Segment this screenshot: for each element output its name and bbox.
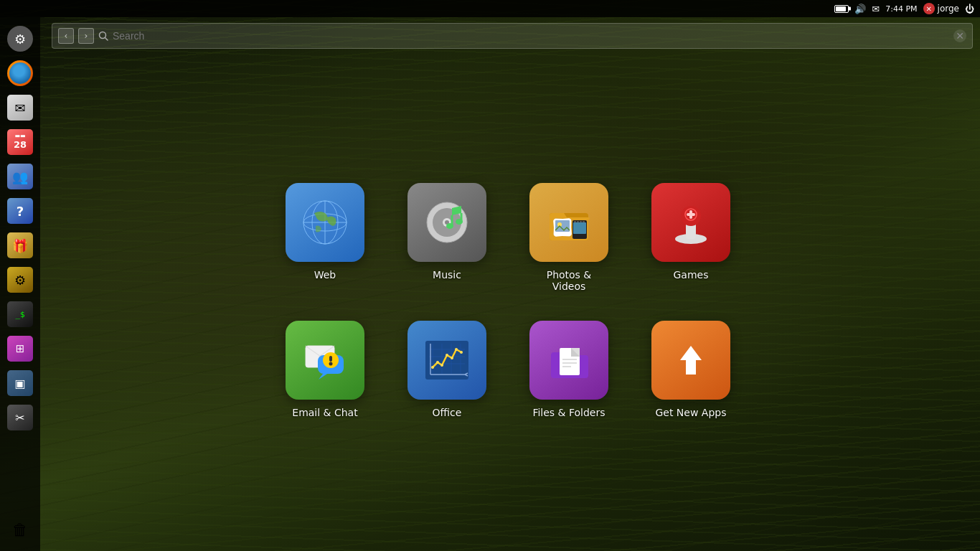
svg-rect-23 xyxy=(573,222,586,234)
svg-rect-20 xyxy=(555,220,570,232)
clock[interactable]: 7:44 PM xyxy=(885,4,917,14)
search-input[interactable] xyxy=(113,30,949,42)
music-icon xyxy=(407,183,486,262)
svg-point-54 xyxy=(446,354,448,357)
svg-point-56 xyxy=(455,348,458,351)
help-icon: ? xyxy=(7,198,33,224)
app-item-music[interactable]: Music xyxy=(407,183,486,292)
app-item-email-chat[interactable]: Email & Chat xyxy=(286,321,364,418)
battery-indicator xyxy=(834,5,849,13)
music-label: Music xyxy=(433,269,461,281)
photos-icon xyxy=(529,183,608,262)
search-icon xyxy=(98,31,108,41)
time-display: 7:44 PM xyxy=(885,4,917,14)
volume-icon: 🔊 xyxy=(854,4,866,14)
sidebar-item-mail[interactable]: ✉ xyxy=(4,92,36,123)
get-new-apps-label: Get New Apps xyxy=(655,407,726,418)
games-label: Games xyxy=(674,269,709,281)
volume-indicator[interactable]: 🔊 xyxy=(854,4,866,14)
user-menu[interactable]: ✕ jorge xyxy=(923,3,959,14)
svg-point-55 xyxy=(451,357,453,359)
calendar-icon: ▬▬ 28 xyxy=(7,129,33,155)
office-icon xyxy=(407,321,486,400)
app-grid: Web Music xyxy=(43,57,973,544)
app-item-files-folders[interactable]: Files & Folders xyxy=(529,321,608,418)
sidebar-item-people[interactable]: 👥 xyxy=(4,161,36,192)
svg-line-1 xyxy=(105,38,108,41)
files-folders-icon xyxy=(529,321,608,400)
svg-rect-24 xyxy=(574,221,576,222)
svg-rect-25 xyxy=(577,221,579,222)
mail-indicator[interactable]: ✉ xyxy=(872,4,880,14)
searchbar-container: ‹ › ✕ xyxy=(52,23,973,49)
user-close-icon: ✕ xyxy=(923,3,935,14)
sidebar-item-terminal[interactable]: _$ xyxy=(4,298,36,330)
svg-marker-62 xyxy=(680,346,702,375)
app-item-get-new-apps[interactable]: Get New Apps xyxy=(651,321,730,418)
mail-icon: ✉ xyxy=(7,95,33,121)
sidebar-item-workspaces[interactable]: ⊞ xyxy=(4,333,36,364)
svg-rect-26 xyxy=(580,221,582,222)
email-chat-icon xyxy=(286,321,364,400)
svg-point-51 xyxy=(431,366,434,369)
sidebar-item-settings2[interactable]: ⚙ xyxy=(4,264,36,296)
clear-icon: ✕ xyxy=(956,30,964,42)
screenshot-icon: ✂ xyxy=(7,405,33,430)
app-item-office[interactable]: Office xyxy=(407,321,486,418)
files-folders-label: Files & Folders xyxy=(532,407,605,418)
chevron-left-icon: ‹ xyxy=(65,31,68,41)
svg-point-53 xyxy=(440,364,443,367)
clear-search-button[interactable]: ✕ xyxy=(953,29,966,42)
gift-icon: 🎁 xyxy=(7,232,33,258)
games-icon xyxy=(651,183,730,262)
svg-rect-34 xyxy=(687,213,695,216)
app-row-2: Email & Chat xyxy=(286,321,730,418)
workspaces-icon: ⊞ xyxy=(7,336,33,362)
sidebar-item-screenshot[interactable]: ✂ xyxy=(4,402,36,433)
sidebar-item-calendar[interactable]: ▬▬ 28 xyxy=(4,126,36,158)
sidebar: ⚙ ✉ ▬▬ 28 👥 ? 🎁 ⚙ _$ ⊞ ▣ ✂ xyxy=(0,17,40,551)
people-icon: 👥 xyxy=(7,164,33,189)
svg-point-13 xyxy=(446,223,453,229)
files-manager-icon: ▣ xyxy=(7,370,33,396)
sidebar-item-help[interactable]: ? xyxy=(4,195,36,227)
power-icon: ⏻ xyxy=(965,4,974,14)
nav-back-button[interactable]: ‹ xyxy=(58,28,74,44)
svg-rect-39 xyxy=(329,356,332,362)
web-icon xyxy=(286,183,364,262)
app-item-photos[interactable]: Photos & Videos xyxy=(529,183,608,292)
firefox-icon xyxy=(7,60,33,86)
sidebar-item-system-settings[interactable]: ⚙ xyxy=(4,23,36,55)
app-row-1: Web Music xyxy=(286,183,730,292)
searchbar: ‹ › ✕ xyxy=(52,23,973,49)
svg-point-40 xyxy=(329,362,333,366)
svg-rect-41 xyxy=(425,341,468,380)
sidebar-item-myunity[interactable]: 🎁 xyxy=(4,230,36,261)
trash-icon: 🗑 xyxy=(7,517,33,542)
sidebar-item-files-manager[interactable]: ▣ xyxy=(4,367,36,399)
battery-icon xyxy=(834,5,849,13)
terminal-icon: _$ xyxy=(7,301,33,327)
statusbar: 🔊 ✉ 7:44 PM ✕ jorge ⏻ xyxy=(0,0,980,17)
gear-icon: ⚙ xyxy=(7,26,33,52)
app-item-games[interactable]: Games xyxy=(651,183,730,292)
app-item-web[interactable]: Web xyxy=(286,183,364,292)
username-display: jorge xyxy=(938,4,959,14)
svg-point-57 xyxy=(460,351,463,354)
sidebar-item-firefox[interactable] xyxy=(4,57,36,89)
office-label: Office xyxy=(433,407,462,418)
svg-rect-27 xyxy=(583,221,585,222)
web-label: Web xyxy=(314,269,336,281)
svg-point-15 xyxy=(456,219,463,225)
email-chat-label: Email & Chat xyxy=(292,407,357,418)
chevron-right-icon: › xyxy=(85,31,88,41)
svg-point-52 xyxy=(436,361,439,364)
nav-forward-button[interactable]: › xyxy=(78,28,94,44)
power-button[interactable]: ⏻ xyxy=(965,4,974,14)
get-new-apps-icon xyxy=(651,321,730,400)
sidebar-item-trash[interactable]: 🗑 xyxy=(4,514,36,545)
settings2-icon: ⚙ xyxy=(7,267,33,293)
photos-label: Photos & Videos xyxy=(529,269,608,292)
mail-icon: ✉ xyxy=(872,4,880,14)
